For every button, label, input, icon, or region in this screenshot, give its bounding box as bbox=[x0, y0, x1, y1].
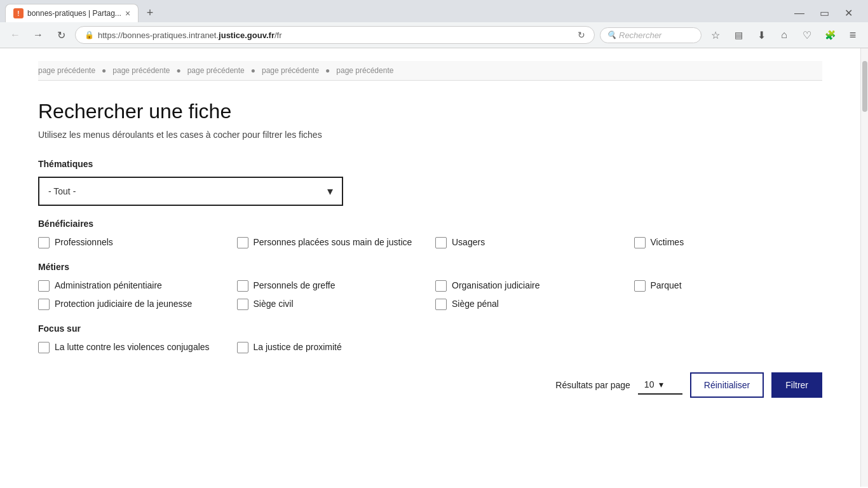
checkbox-justice-proximite-box[interactable] bbox=[237, 342, 248, 353]
tab-favicon: ! bbox=[13, 8, 24, 18]
refresh-button[interactable]: ↻ bbox=[52, 26, 70, 44]
url-domain-highlight: justice.gouv.fr bbox=[219, 30, 275, 40]
minimize-button[interactable]: — bbox=[789, 5, 810, 22]
thematiques-dropdown[interactable]: - Tout - ▾ bbox=[38, 177, 343, 206]
toolbar-right: 🔍 Rechercher ☆ ▤ ⬇ ⌂ ♡ 🧩 ≡ bbox=[600, 26, 862, 44]
page-title: Rechercher une fiche bbox=[38, 100, 822, 123]
thematiques-dropdown-value: - Tout - bbox=[48, 186, 76, 196]
search-icon: 🔍 bbox=[607, 30, 616, 39]
top-bar-text: page précédente ● page précédente ● page… bbox=[38, 66, 393, 75]
checkbox-org-judiciaire-box[interactable] bbox=[435, 280, 447, 292]
checkbox-professionnels-label: Professionnels bbox=[55, 236, 113, 249]
results-per-page-select[interactable]: 10 ▾ bbox=[638, 376, 682, 395]
checkbox-admin-penit[interactable]: Administration pénitentiaire bbox=[38, 280, 227, 292]
back-button[interactable]: ← bbox=[6, 26, 24, 44]
tab-close-button[interactable]: × bbox=[125, 9, 130, 18]
checkbox-lutte-violences-label: La lutte contre les violences conjugales bbox=[55, 341, 210, 354]
checkbox-protection-judiciaire-label: Protection judiciaire de la jeunesse bbox=[55, 298, 192, 311]
reinitialiser-button[interactable]: Réinitialiser bbox=[690, 372, 764, 398]
checkbox-lutte-violences-box[interactable] bbox=[38, 342, 50, 353]
dropdown-arrow-icon: ▾ bbox=[327, 184, 333, 198]
checkbox-siege-penal[interactable]: Siège pénal bbox=[435, 298, 624, 311]
checkbox-org-judiciaire-label: Organisation judiciaire bbox=[452, 280, 540, 292]
checkbox-justice-proximite[interactable]: La justice de proximité bbox=[237, 341, 426, 354]
address-bar: ← → ↻ 🔒 https://bonnes-pratiques.intrane… bbox=[0, 22, 868, 48]
page-top-bar: page précédente ● page précédente ● page… bbox=[38, 61, 822, 81]
beneficiaires-checkboxes: Professionnels Personnes placées sous ma… bbox=[38, 236, 822, 249]
tab-bar: ! bonnes-pratiques | Partag... × + — ▭ ✕ bbox=[0, 0, 868, 22]
results-per-page-value: 10 bbox=[644, 379, 654, 390]
checkbox-victimes-label: Victimes bbox=[651, 236, 684, 249]
scrollbar-track[interactable] bbox=[860, 48, 868, 487]
forward-button[interactable]: → bbox=[29, 26, 47, 44]
close-window-button[interactable]: ✕ bbox=[839, 4, 858, 22]
checkbox-admin-penit-label: Administration pénitentiaire bbox=[55, 280, 162, 292]
checkbox-siege-penal-box[interactable] bbox=[435, 299, 447, 310]
search-placeholder: Rechercher bbox=[619, 30, 661, 40]
checkbox-usagers-label: Usagers bbox=[452, 236, 485, 249]
focus-sur-label: Focus sur bbox=[38, 323, 822, 334]
pocket-button[interactable]: ♡ bbox=[798, 26, 816, 44]
url-path: /fr bbox=[275, 30, 282, 40]
thematiques-label: Thématiques bbox=[38, 159, 822, 169]
checkbox-parquet[interactable]: Parquet bbox=[634, 280, 823, 292]
reader-button[interactable]: ▤ bbox=[729, 26, 747, 44]
url-protocol: https:// bbox=[98, 30, 123, 40]
checkbox-lutte-violences[interactable]: La lutte contre les violences conjugales bbox=[38, 341, 227, 354]
checkbox-victimes-box[interactable] bbox=[634, 237, 646, 248]
checkbox-personnes-placees-box[interactable] bbox=[237, 237, 248, 248]
results-per-page-arrow: ▾ bbox=[659, 379, 663, 390]
metiers-label: Métiers bbox=[38, 262, 822, 272]
tab-title: bonnes-pratiques | Partag... bbox=[27, 9, 121, 18]
new-tab-button[interactable]: + bbox=[141, 4, 159, 22]
thematiques-dropdown-wrapper: - Tout - ▾ bbox=[38, 177, 822, 206]
checkbox-parquet-label: Parquet bbox=[651, 280, 682, 292]
bookmark-button[interactable]: ☆ bbox=[707, 26, 724, 44]
checkbox-personnes-placees-label: Personnes placées sous main de justice bbox=[254, 236, 412, 249]
home-button[interactable]: ⌂ bbox=[775, 26, 793, 44]
bottom-controls: Résultats par page 10 ▾ Réinitialiser Fi… bbox=[38, 372, 822, 398]
checkbox-protection-judiciaire-box[interactable] bbox=[38, 299, 50, 310]
checkbox-personnels-greffe-label: Personnels de greffe bbox=[254, 280, 336, 292]
metiers-checkboxes-row1: Administration pénitentiaire Personnels … bbox=[38, 280, 822, 292]
checkbox-professionnels-box[interactable] bbox=[38, 237, 50, 248]
focus-sur-checkboxes: La lutte contre les violences conjugales… bbox=[38, 341, 822, 354]
results-per-page-label: Résultats par page bbox=[555, 380, 630, 390]
url-text: https://bonnes-pratiques.intranet.justic… bbox=[98, 30, 574, 40]
filtrer-button[interactable]: Filtrer bbox=[771, 372, 822, 398]
checkbox-parquet-box[interactable] bbox=[634, 280, 646, 292]
url-bar[interactable]: 🔒 https://bonnes-pratiques.intranet.just… bbox=[75, 26, 595, 44]
checkbox-professionnels[interactable]: Professionnels bbox=[38, 236, 227, 249]
scrollbar-thumb[interactable] bbox=[862, 61, 867, 112]
browser-search-bar[interactable]: 🔍 Rechercher bbox=[600, 27, 702, 43]
menu-button[interactable]: ≡ bbox=[844, 26, 862, 44]
url-domain-prefix: bonnes-pratiques.intranet. bbox=[123, 30, 219, 40]
checkbox-siege-civil-label: Siège civil bbox=[254, 298, 294, 311]
checkbox-justice-proximite-label: La justice de proximité bbox=[254, 341, 342, 354]
download-button[interactable]: ⬇ bbox=[752, 26, 770, 44]
beneficiaires-label: Bénéficiaires bbox=[38, 219, 822, 229]
checkbox-personnels-greffe[interactable]: Personnels de greffe bbox=[237, 280, 426, 292]
checkbox-usagers[interactable]: Usagers bbox=[435, 236, 624, 249]
page-wrapper: page précédente ● page précédente ● page… bbox=[0, 48, 868, 487]
lock-icon: 🔒 bbox=[85, 30, 94, 39]
url-refresh-icon[interactable]: ↻ bbox=[578, 30, 585, 40]
extensions-button[interactable]: 🧩 bbox=[821, 26, 839, 44]
page-subtitle: Utilisez les menus déroulants et les cas… bbox=[38, 130, 822, 140]
window-controls: — ▭ ✕ bbox=[789, 4, 863, 22]
checkbox-usagers-box[interactable] bbox=[435, 237, 447, 248]
checkbox-siege-penal-label: Siège pénal bbox=[452, 298, 499, 311]
checkbox-siege-civil[interactable]: Siège civil bbox=[237, 298, 426, 311]
maximize-button[interactable]: ▭ bbox=[815, 4, 834, 22]
checkbox-siege-civil-box[interactable] bbox=[237, 299, 248, 310]
checkbox-victimes[interactable]: Victimes bbox=[634, 236, 823, 249]
checkbox-org-judiciaire[interactable]: Organisation judiciaire bbox=[435, 280, 624, 292]
active-tab[interactable]: ! bonnes-pratiques | Partag... × bbox=[5, 4, 139, 22]
checkbox-personnes-placees[interactable]: Personnes placées sous main de justice bbox=[237, 236, 426, 249]
page-content: page précédente ● page précédente ● page… bbox=[0, 48, 860, 487]
checkbox-admin-penit-box[interactable] bbox=[38, 280, 50, 292]
browser-chrome: ! bonnes-pratiques | Partag... × + — ▭ ✕… bbox=[0, 0, 868, 48]
checkbox-personnels-greffe-box[interactable] bbox=[237, 280, 248, 292]
metiers-checkboxes-row2: Protection judiciaire de la jeunesse Siè… bbox=[38, 298, 822, 311]
checkbox-protection-judiciaire[interactable]: Protection judiciaire de la jeunesse bbox=[38, 298, 227, 311]
